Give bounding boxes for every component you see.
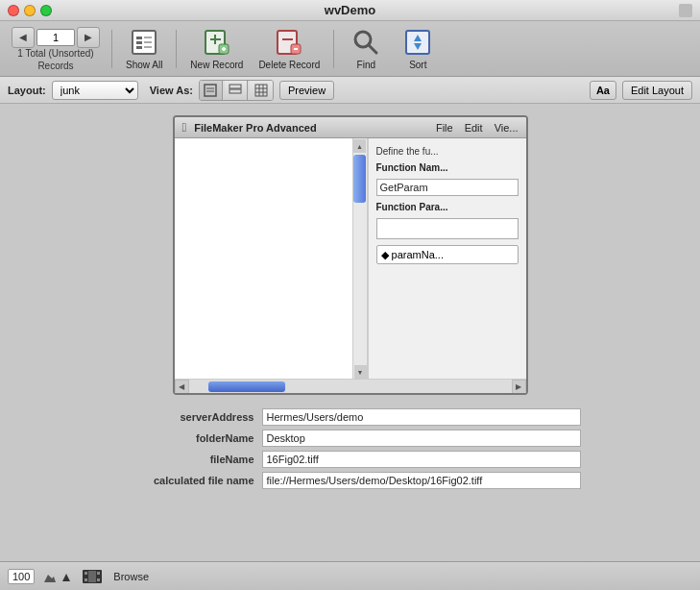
apple-logo-icon:  [182, 120, 187, 135]
svg-rect-27 [255, 85, 267, 96]
field-label: calculated file name [120, 475, 254, 486]
find-label: Find [357, 60, 375, 70]
field-value[interactable]: 16Fig02.tiff [262, 451, 581, 468]
view-as-label: View As: [150, 85, 193, 96]
embedded-editor[interactable]: ▲ ▼ [175, 138, 368, 379]
filmstrip-icon [83, 570, 102, 583]
toolbar: ◀ ▶ 1 Total (Unsorted) Records Show All [0, 21, 700, 77]
sort-icon [402, 27, 433, 58]
zoom-icons [42, 569, 75, 584]
menu-file[interactable]: File [436, 122, 453, 134]
show-all-icon [129, 27, 159, 58]
new-record-label: New Record [190, 60, 243, 70]
table-row: serverAddressHermes/Users/demo [120, 408, 581, 426]
delete-record-button[interactable]: Delete Record [253, 23, 326, 74]
browse-mode-label: Browse [113, 571, 149, 582]
sort-label: Sort [409, 60, 426, 70]
divider-3 [333, 30, 334, 68]
embedded-horizontal-scrollbar[interactable]: ◀ ▶ [175, 379, 526, 393]
svg-rect-38 [97, 578, 100, 581]
find-button[interactable]: Find [342, 23, 390, 74]
embedded-dialog: Define the fu... Function Nam... GetPara… [368, 138, 526, 379]
embedded-window-title: FileMaker Pro Advanced [194, 122, 316, 134]
svg-rect-6 [144, 46, 152, 48]
titlebar: wvDemo [0, 0, 700, 21]
embedded-body: ▲ ▼ Define the fu... Function Nam... Get… [175, 138, 526, 379]
field-value[interactable]: file://Hermes/Users/demo/Desktop/16Fig02… [262, 472, 581, 489]
svg-marker-33 [62, 574, 70, 581]
field-value[interactable]: Hermes/Users/demo [262, 408, 581, 426]
view-form-button[interactable] [200, 81, 223, 100]
menu-edit[interactable]: Edit [465, 122, 483, 134]
statusbar: 100 Browse [0, 561, 700, 590]
scroll-track [189, 380, 512, 393]
aa-button[interactable]: Aa [590, 81, 616, 100]
zoom-mountain-icon [42, 569, 58, 584]
table-row: fileName16Fig02.tiff [120, 451, 581, 468]
fields-area: serverAddressHermes/Users/demofolderName… [120, 408, 581, 489]
scroll-right-button[interactable]: ▶ [512, 380, 526, 394]
preview-button[interactable]: Preview [279, 81, 334, 100]
records-label: Records [37, 61, 73, 71]
svg-rect-4 [144, 37, 152, 38]
field-label: fileName [120, 454, 254, 465]
record-number-input[interactable] [36, 29, 75, 46]
svg-rect-2 [136, 41, 142, 44]
find-icon [350, 27, 381, 58]
maximize-button[interactable] [40, 5, 52, 16]
field-label: folderName [120, 432, 254, 444]
svg-rect-39 [88, 571, 96, 582]
dialog-function-params-label: Function Para... [376, 202, 519, 212]
svg-rect-5 [144, 41, 152, 43]
svg-rect-3 [136, 46, 142, 49]
embedded-menu: File Edit Vie... [436, 122, 519, 134]
new-record-button[interactable]: New Record [184, 23, 249, 74]
show-all-button[interactable]: Show All [120, 23, 168, 74]
scroll-thumb[interactable] [208, 381, 285, 392]
main-content:  FileMaker Pro Advanced File Edit Vie..… [0, 104, 700, 561]
svg-rect-36 [84, 578, 87, 581]
svg-rect-19 [406, 31, 429, 54]
svg-rect-22 [205, 85, 216, 96]
sort-button[interactable]: Sort [394, 23, 442, 74]
svg-rect-25 [229, 85, 241, 88]
svg-marker-32 [44, 575, 56, 582]
layout-label: Layout: [8, 85, 46, 96]
embedded-window:  FileMaker Pro Advanced File Edit Vie..… [173, 115, 528, 395]
delete-record-label: Delete Record [258, 60, 320, 70]
scroll-left-button[interactable]: ◀ [175, 380, 189, 394]
view-list-button[interactable] [225, 81, 248, 100]
minimize-button[interactable] [24, 5, 36, 16]
new-record-icon [202, 27, 232, 58]
divider-2 [176, 30, 177, 68]
menu-view[interactable]: Vie... [495, 122, 519, 134]
view-icons [199, 80, 274, 101]
layout-select[interactable]: junk [52, 81, 138, 100]
next-record-button[interactable]: ▶ [77, 27, 100, 48]
divider-1 [111, 30, 112, 68]
zoom-small-icon [60, 569, 75, 584]
delete-record-icon [274, 27, 304, 58]
field-label: serverAddress [120, 411, 254, 423]
field-value[interactable]: Desktop [262, 430, 581, 447]
table-row: calculated file namefile://Hermes/Users/… [120, 472, 581, 489]
records-section: ◀ ▶ 1 Total (Unsorted) Records [8, 27, 104, 71]
edit-layout-button[interactable]: Edit Layout [622, 81, 692, 100]
records-total: 1 Total (Unsorted) [17, 48, 93, 59]
dialog-function-name-label: Function Nam... [376, 162, 519, 173]
svg-rect-26 [229, 89, 241, 93]
window-resize-icon[interactable] [679, 4, 692, 17]
svg-rect-1 [136, 37, 142, 39]
show-all-label: Show All [126, 60, 162, 70]
embedded-titlebar:  FileMaker Pro Advanced File Edit Vie..… [175, 117, 526, 138]
view-table-button[interactable] [250, 81, 273, 100]
dialog-define-text: Define the fu... [376, 146, 519, 157]
svg-rect-37 [97, 572, 100, 575]
dialog-param-dropdown[interactable]: ◆ paramNa... [376, 245, 519, 264]
secondary-toolbar: Layout: junk View As: Preview Aa Edit La… [0, 77, 700, 104]
dialog-function-name-input[interactable]: GetParam [376, 179, 519, 196]
prev-record-button[interactable]: ◀ [12, 27, 35, 48]
svg-line-18 [369, 45, 376, 53]
close-button[interactable] [8, 5, 19, 16]
zoom-level: 100 [8, 569, 35, 584]
